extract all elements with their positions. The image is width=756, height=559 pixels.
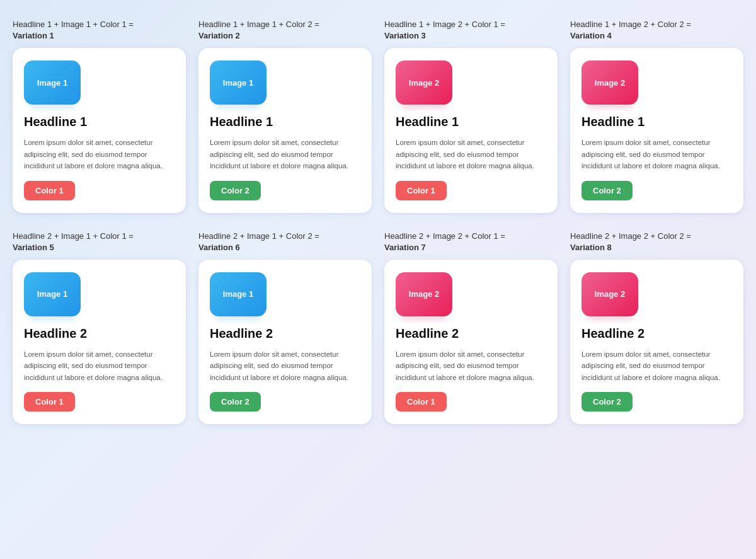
body-text-7: Lorem ipsum dolor sit amet, consectetur … (396, 349, 546, 383)
headline-6: Headline 2 (210, 326, 360, 341)
body-text-5: Lorem ipsum dolor sit amet, consectetur … (24, 349, 175, 383)
card-4: Image 2Headline 1Lorem ipsum dolor sit a… (570, 48, 743, 212)
image-block-1: Image 1 (24, 61, 81, 105)
variation-label-1: Headline 1 + Image 1 + Color 1 =Variatio… (13, 19, 186, 42)
headline-3: Headline 1 (396, 115, 546, 129)
headline-8: Headline 2 (581, 326, 732, 341)
card-5: Image 1Headline 2Lorem ipsum dolor sit a… (13, 260, 186, 424)
card-3: Image 2Headline 1Lorem ipsum dolor sit a… (384, 48, 558, 212)
headline-2: Headline 1 (210, 115, 360, 129)
color-button-2[interactable]: Color 2 (210, 181, 261, 200)
card-8: Image 2Headline 2Lorem ipsum dolor sit a… (570, 260, 743, 424)
variation-group-6: Headline 2 + Image 1 + Color 2 =Variatio… (198, 231, 372, 425)
card-6: Image 1Headline 2Lorem ipsum dolor sit a… (198, 260, 372, 424)
color-button-5[interactable]: Color 1 (24, 392, 75, 412)
image-block-5: Image 1 (24, 272, 81, 316)
color-button-6[interactable]: Color 2 (210, 392, 261, 412)
image-block-3: Image 2 (396, 61, 452, 105)
variation-label-6: Headline 2 + Image 1 + Color 2 =Variatio… (198, 231, 372, 253)
variation-label-5: Headline 2 + Image 1 + Color 1 =Variatio… (13, 231, 186, 253)
headline-4: Headline 1 (581, 115, 732, 129)
card-2: Image 1Headline 1Lorem ipsum dolor sit a… (198, 48, 372, 212)
card-7: Image 2Headline 2Lorem ipsum dolor sit a… (384, 260, 558, 424)
headline-1: Headline 1 (24, 115, 175, 129)
body-text-2: Lorem ipsum dolor sit amet, consectetur … (210, 137, 360, 171)
color-button-1[interactable]: Color 1 (24, 181, 75, 200)
headline-5: Headline 2 (24, 326, 175, 341)
variation-label-7: Headline 2 + Image 2 + Color 1 =Variatio… (384, 231, 558, 253)
variation-label-8: Headline 2 + Image 2 + Color 2 =Variatio… (570, 231, 743, 253)
color-button-8[interactable]: Color 2 (581, 392, 633, 412)
color-button-4[interactable]: Color 2 (581, 181, 633, 200)
variation-group-5: Headline 2 + Image 1 + Color 1 =Variatio… (13, 231, 186, 425)
image-block-8: Image 2 (581, 272, 638, 316)
card-1: Image 1Headline 1Lorem ipsum dolor sit a… (13, 48, 186, 212)
body-text-4: Lorem ipsum dolor sit amet, consectetur … (581, 137, 732, 171)
variation-group-1: Headline 1 + Image 1 + Color 1 =Variatio… (13, 19, 186, 213)
variation-label-2: Headline 1 + Image 1 + Color 2 =Variatio… (198, 19, 372, 42)
body-text-3: Lorem ipsum dolor sit amet, consectetur … (396, 137, 546, 171)
image-block-4: Image 2 (581, 61, 638, 105)
image-block-6: Image 1 (210, 272, 266, 316)
variation-group-4: Headline 1 + Image 2 + Color 2 =Variatio… (570, 19, 743, 213)
image-block-7: Image 2 (396, 272, 452, 316)
color-button-7[interactable]: Color 1 (396, 392, 447, 412)
image-block-2: Image 1 (210, 61, 266, 105)
color-button-3[interactable]: Color 1 (396, 181, 447, 200)
variation-group-7: Headline 2 + Image 2 + Color 1 =Variatio… (384, 231, 558, 425)
variation-group-2: Headline 1 + Image 1 + Color 2 =Variatio… (198, 19, 372, 213)
variation-label-3: Headline 1 + Image 2 + Color 1 =Variatio… (384, 19, 558, 42)
variation-group-8: Headline 2 + Image 2 + Color 2 =Variatio… (570, 231, 743, 425)
variation-group-3: Headline 1 + Image 2 + Color 1 =Variatio… (384, 19, 558, 213)
body-text-6: Lorem ipsum dolor sit amet, consectetur … (210, 349, 360, 383)
body-text-8: Lorem ipsum dolor sit amet, consectetur … (581, 349, 732, 383)
variations-grid: Headline 1 + Image 1 + Color 1 =Variatio… (13, 19, 743, 424)
variation-label-4: Headline 1 + Image 2 + Color 2 =Variatio… (570, 19, 743, 42)
headline-7: Headline 2 (396, 326, 546, 341)
body-text-1: Lorem ipsum dolor sit amet, consectetur … (24, 137, 175, 171)
